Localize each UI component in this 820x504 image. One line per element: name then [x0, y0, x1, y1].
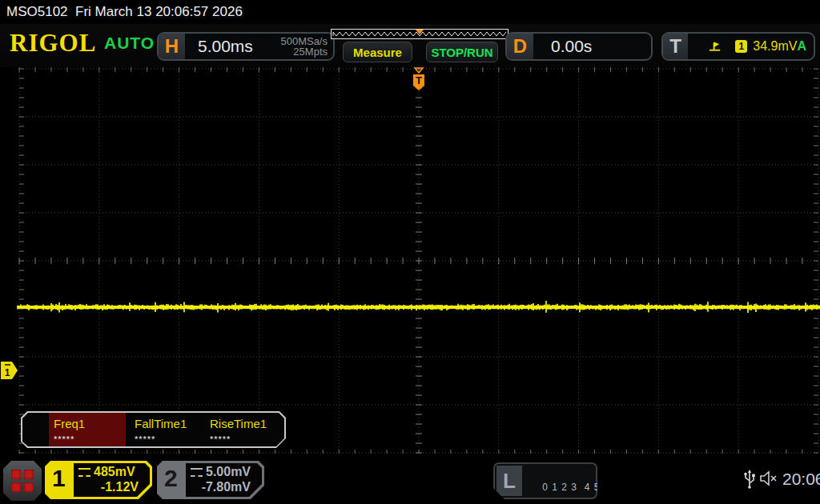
waveform-display-area[interactable]: T1 [0, 67, 820, 454]
channel2-offset: -7.80mV [202, 480, 251, 494]
channel2-number: 2 [164, 465, 178, 492]
dc-coupling-icon [191, 468, 203, 477]
trigger-source-badge: 1 [735, 40, 747, 53]
measurement-label: Freq1 [54, 417, 126, 430]
svg-text:1: 1 [5, 367, 10, 378]
measurement-value: ***** [135, 434, 201, 444]
horizontal-tab-label: H [159, 34, 185, 59]
delay-value: 0.00s [551, 37, 592, 56]
header-bar: RIGOL AUTO H 5.00ms 500MSa/s 25Mpts Meas… [0, 24, 820, 67]
speaker-muted-icon[interactable] [759, 470, 780, 486]
model-name: MSO5102 [6, 4, 68, 19]
top-status-bar: MSO5102 Fri March 13 20:06:57 2026 [0, 0, 820, 24]
trigger-panel[interactable]: T 1 34.9mV A [661, 32, 815, 61]
trigger-level-value: 34.9mV [753, 39, 797, 54]
measurement-item-risetime1[interactable]: RiseTime1 ***** [201, 413, 281, 446]
channel2-badge[interactable]: 2 5.00mV -7.80mV [157, 461, 264, 499]
measurement-item-falltime1[interactable]: FallTime1 ***** [126, 413, 201, 446]
logic-label: L [496, 466, 522, 496]
measurement-value: ***** [210, 434, 281, 444]
measure-button[interactable]: Measure [343, 42, 412, 62]
logic-row1: 0 1 2 3 4 5 6 7 [542, 482, 619, 493]
clock-text: 20:06 [782, 470, 820, 489]
channel2-scale: 5.00mV [206, 465, 251, 479]
delay-tab-label: D [507, 34, 533, 59]
memory-depth: 25Mpts [293, 46, 328, 58]
rigol-logo: RIGOL [10, 29, 96, 58]
measurement-label: RiseTime1 [210, 417, 281, 430]
channel1-number: 1 [52, 465, 66, 492]
logic-channels-badge[interactable]: L 0 1 2 3 4 5 6 7 8 9 10 11 12 13 14 15 [493, 462, 597, 499]
measurement-value: ***** [54, 434, 126, 444]
measurement-item-freq1[interactable]: Freq1 ***** [49, 413, 126, 446]
rising-edge-trigger-icon [709, 40, 722, 53]
waveform-preview-strip[interactable] [331, 29, 508, 39]
channel1-position-marker[interactable]: 1 [1, 362, 18, 379]
usb-icon [743, 468, 756, 489]
preview-zigzag-icon [332, 30, 508, 38]
delay-panel[interactable]: D 0.00s [505, 32, 653, 61]
measure-button-label: Measure [353, 46, 402, 59]
stop-run-button[interactable]: STOP/RUN [426, 42, 498, 62]
datetime-text: Fri March 13 20:06:57 2026 [75, 4, 243, 19]
channel1-scale: 485mV [94, 465, 135, 479]
channel1-offset: -1.12V [101, 480, 139, 494]
measurement-label: FallTime1 [135, 417, 201, 430]
measurement-results-panel[interactable]: Freq1 ***** FallTime1 ***** RiseTime1 **… [21, 411, 286, 448]
windows-layout-button[interactable] [3, 461, 42, 501]
svg-text:T: T [416, 74, 422, 86]
stop-run-button-label: STOP/RUN [431, 46, 492, 59]
timebase-value: 5.00ms [198, 37, 253, 56]
acquisition-mode-label: AUTO [104, 34, 155, 53]
trigger-tab-label: T [663, 34, 688, 59]
red-squares-icon [11, 470, 34, 492]
channel1-badge[interactable]: 1 485mV -1.12V [45, 461, 152, 499]
horizontal-panel[interactable]: H 5.00ms 500MSa/s 25Mpts [157, 32, 335, 61]
dc-coupling-icon [78, 468, 90, 477]
trigger-sweep-mode: A [797, 39, 806, 54]
